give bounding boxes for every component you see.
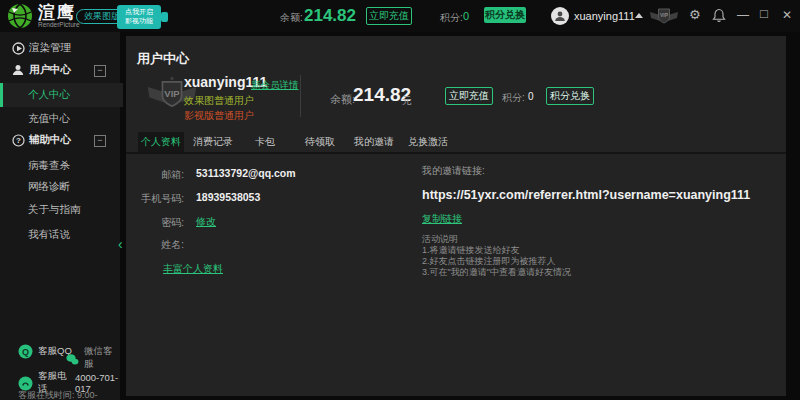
- wechat-support[interactable]: 微信客服: [66, 345, 120, 371]
- activity-line: 2.好友点击链接注册即为被推荐人: [422, 256, 556, 267]
- sidebar-item-label: 渲染管理: [29, 41, 71, 55]
- video-edition-button[interactable]: 点我开启 影视功能: [117, 5, 168, 29]
- render-icon: [11, 41, 25, 55]
- password-label: 密码:: [126, 216, 184, 230]
- sidebar-item-label: 关于与指南: [28, 203, 81, 217]
- svg-text:Q: Q: [22, 347, 29, 357]
- sidebar-item-label: 用户中心: [29, 63, 71, 77]
- app-logo-icon: [7, 3, 33, 33]
- sidebar-item-about-guide[interactable]: 关于与指南: [0, 200, 120, 220]
- activity-line: 3.可在"我的邀请"中查看邀请好友情况: [422, 267, 571, 278]
- service-hours: 客服在线时间: 9:00-24:00: [18, 389, 120, 400]
- invite-link-url: https://51yxr.com/referrer.html?username…: [422, 188, 750, 202]
- help-icon: ?: [11, 133, 25, 147]
- sidebar-item-label: 网络诊断: [28, 180, 70, 194]
- minimize-icon[interactable]: —: [737, 9, 749, 21]
- collapse-minus-icon[interactable]: −: [94, 65, 106, 77]
- points-redeem-button[interactable]: 积分兑换: [484, 7, 526, 23]
- app-window: 渲鹰 RenderPicture 效果图版 点我开启 影视功能 余额: 214.…: [0, 0, 800, 400]
- profile-points-redeem-button[interactable]: 积分兑换: [546, 87, 594, 105]
- video-camera-icon[interactable]: 点我开启 影视功能: [117, 5, 161, 29]
- copy-link-button[interactable]: 复制链接: [422, 212, 462, 226]
- activity-line: 1.将邀请链接发送给好友: [422, 245, 520, 256]
- vertical-divider: [300, 75, 301, 117]
- username[interactable]: xuanying111: [574, 10, 635, 22]
- app-subtitle: RenderPicture: [38, 21, 80, 28]
- sidebar-collapse-chevron-icon[interactable]: ‹: [118, 236, 123, 252]
- maximize-icon[interactable]: □: [760, 8, 768, 20]
- recharge-button[interactable]: 立即充值: [366, 7, 412, 25]
- sidebar-item-network-diagnose[interactable]: 网络诊断: [0, 177, 120, 197]
- tab-cards[interactable]: 卡包: [245, 132, 285, 152]
- video-user-tag: 影视版普通用户: [184, 109, 254, 123]
- wechat-icon: [66, 352, 79, 365]
- sidebar-item-virus-scan[interactable]: 病毒查杀: [0, 156, 120, 176]
- sidebar-item-label: 我有话说: [28, 228, 70, 242]
- profile-recharge-button[interactable]: 立即充值: [445, 87, 493, 105]
- sidebar-item-label: 病毒查杀: [28, 159, 70, 173]
- qq-icon: Q: [18, 344, 33, 359]
- page-title: 用户中心: [137, 50, 189, 68]
- points-value: 0: [463, 10, 469, 22]
- close-icon[interactable]: ✕: [782, 9, 792, 21]
- titlebar: 渲鹰 RenderPicture 效果图版 点我开启 影视功能 余额: 214.…: [0, 0, 800, 32]
- avatar[interactable]: [551, 7, 569, 25]
- svg-text:VIP: VIP: [660, 12, 669, 18]
- collapse-minus-icon[interactable]: −: [94, 135, 106, 147]
- enrich-profile-link[interactable]: 丰富个人资料: [163, 262, 223, 276]
- person-icon: [554, 10, 566, 22]
- sidebar-item-label: 辅助中心: [29, 133, 71, 147]
- svg-text:?: ?: [16, 136, 21, 145]
- name-label: 姓名:: [126, 238, 184, 252]
- video-badge-line1: 点我开启: [117, 7, 161, 16]
- activity-title: 活动说明: [422, 234, 458, 245]
- tab-profile[interactable]: 个人资料: [138, 132, 184, 152]
- sidebar-item-recharge-center[interactable]: 充值中心: [0, 109, 120, 129]
- effect-user-tag: 效果图普通用户: [184, 94, 254, 108]
- profile-balance-label: 余额:: [330, 92, 355, 107]
- wechat-label: 微信客服: [84, 345, 120, 371]
- tab-consumption[interactable]: 消费记录: [193, 132, 233, 152]
- video-camera-tab: [161, 12, 168, 22]
- phone-value: 18939538053: [196, 191, 260, 203]
- password-change-link[interactable]: 修改: [196, 215, 216, 229]
- tab-divider: [126, 152, 786, 154]
- tab-redeem[interactable]: 兑换激活: [408, 132, 448, 152]
- profile-points-label: 积分:: [502, 91, 525, 105]
- user-center-panel: 用户中心 VIP xuanying111 新会员详情 效果图普通用户 影视版普通…: [126, 36, 786, 396]
- phone-field-label: 手机号码:: [126, 192, 184, 206]
- sidebar-item-assist-center[interactable]: ? 辅助中心 −: [0, 130, 120, 150]
- email-value: 531133792@qq.com: [196, 167, 296, 179]
- sidebar-item-personal-center[interactable]: 个人中心: [0, 83, 123, 107]
- points-label: 积分:: [440, 11, 463, 25]
- invite-link-label: 我的邀请链接:: [422, 164, 485, 178]
- user-icon: [11, 63, 25, 77]
- member-detail-link[interactable]: 新会员详情: [251, 79, 299, 92]
- sidebar-item-label: 个人中心: [28, 88, 70, 102]
- qq-support[interactable]: Q 客服QQ: [18, 344, 72, 359]
- sidebar-item-user-center[interactable]: 用户中心 −: [0, 60, 120, 80]
- sidebar: 渲染管理 用户中心 − 个人中心 充值中心 ?: [0, 32, 120, 400]
- email-label: 邮箱:: [126, 168, 184, 182]
- sidebar-item-feedback[interactable]: 我有话说: [0, 225, 120, 245]
- app-name: 渲鹰: [38, 4, 80, 21]
- profile-points-value: 0: [528, 91, 534, 102]
- tab-invites[interactable]: 我的邀请: [354, 132, 394, 152]
- vip-badge-icon: VIP: [649, 5, 679, 31]
- app-logo: 渲鹰 RenderPicture: [38, 4, 80, 28]
- sidebar-item-render-manage[interactable]: 渲染管理: [0, 38, 120, 58]
- video-badge-line2: 影视功能: [117, 16, 161, 25]
- vip-text: VIP: [164, 88, 180, 99]
- caret-up-icon[interactable]: [635, 13, 643, 18]
- tab-pending[interactable]: 待领取: [300, 132, 340, 152]
- balance-value: 214.82: [304, 6, 356, 26]
- profile-balance-unit: 元: [402, 94, 412, 108]
- balance-label: 余额:: [280, 11, 303, 25]
- sidebar-item-label: 充值中心: [28, 112, 70, 126]
- settings-gear-icon[interactable]: ⚙: [689, 9, 701, 21]
- bell-icon[interactable]: [712, 8, 726, 27]
